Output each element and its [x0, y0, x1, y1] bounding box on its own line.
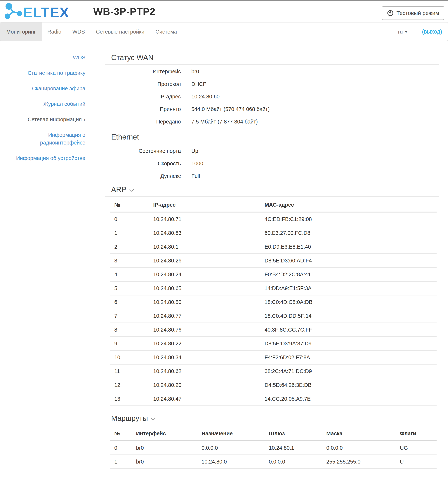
arp-table: №IP-адресMAC-адрес 010.24.80.714C:ED:FB:… [110, 198, 437, 406]
column-header: MAC-адрес [260, 198, 437, 212]
table-cell: 10.24.80.62 [149, 364, 260, 378]
table-cell: 0.0.0.0 [322, 441, 395, 455]
language-dropdown[interactable]: ru ▾ [396, 29, 409, 35]
table-cell: F0:B4:D2:2C:8A:41 [260, 268, 437, 281]
sidebar-item-traffic-stats[interactable]: Статистика по трафику [0, 65, 93, 81]
sidebar-item-event-log[interactable]: Журнал событий [0, 96, 93, 112]
tab-network-settings[interactable]: Сетевые настройки [90, 22, 150, 41]
column-header: Назначение [197, 427, 264, 441]
chevron-down-icon [151, 418, 156, 421]
table-cell: 10 [110, 351, 149, 364]
table-row: 910.24.80.22D8:5E:D3:9A:37:D9 [110, 337, 437, 351]
table-cell: D8:5E:D3:9A:37:D9 [260, 337, 437, 351]
table-header-row: №ИнтерфейсНазначениеШлюзМаскаФлаги [110, 427, 437, 441]
table-cell: U [395, 455, 437, 469]
table-cell: 18:C0:4D:DD:5F:14 [260, 309, 437, 323]
logo-wordmark: ELTEX [23, 5, 69, 20]
column-header: Флаги [395, 427, 437, 441]
table-cell: 14:CC:20:05:A9:7E [260, 392, 437, 406]
ethernet-heading: Ethernet [105, 133, 439, 144]
field-row: Состояние портаUp [105, 147, 439, 155]
molecule-icon [5, 3, 22, 19]
routes-table: №ИнтерфейсНазначениеШлюзМаскаФлаги 0br00… [110, 427, 437, 469]
field-row: ПротоколDHCP [105, 80, 439, 88]
sidebar-item-wds[interactable]: WDS [0, 50, 93, 65]
field-label: Принято [105, 105, 181, 113]
tab-radio[interactable]: Radio [42, 22, 67, 41]
arp-heading[interactable]: ARP [105, 185, 439, 197]
table-cell: 0 [110, 212, 149, 226]
table-cell: 4C:ED:FB:C1:29:08 [260, 212, 437, 226]
field-value: Full [191, 172, 200, 180]
ethernet-title: Ethernet [111, 133, 139, 141]
table-cell: 0.0.0.0 [197, 441, 264, 455]
field-label: Передано [105, 118, 181, 126]
table-cell: 18:C0:4D:C8:0A:DB [260, 295, 437, 309]
table-row: 0br00.0.0.010.24.80.10.0.0.0UG [110, 441, 437, 455]
table-row: 210.24.80.1E0:D9:E3:E8:E1:40 [110, 240, 437, 254]
table-cell: D8:5E:D3:60:AD:F4 [260, 254, 437, 268]
table-cell: 10.24.80.26 [149, 254, 260, 268]
field-row: Принято544.0 Мбайт (570 474 068 байт) [105, 105, 439, 113]
column-header: № [110, 198, 149, 212]
table-cell: E0:D9:E3:E8:E1:40 [260, 240, 437, 254]
wan-status-title: Статус WAN [111, 53, 153, 62]
table-cell: 10.24.80.50 [149, 295, 260, 309]
table-cell: 6 [110, 295, 149, 309]
field-value: br0 [191, 68, 199, 75]
table-row: 1br010.24.80.00.0.0.0255.255.255.0U [110, 455, 437, 469]
table-cell: 10.24.80.1 [264, 441, 322, 455]
table-cell: D4:5D:64:26:3E:DB [260, 378, 437, 392]
table-cell: 40:3F:8C:CC:7C:FF [260, 323, 437, 337]
field-row: Интерфейсbr0 [105, 68, 439, 75]
language-value: ru [398, 29, 403, 35]
sidebar-item-network-info[interactable]: Сетевая информация› [0, 112, 93, 127]
field-row: Передано7.5 Мбайт (7 877 304 байт) [105, 118, 439, 126]
tab-system[interactable]: Система [150, 22, 182, 41]
table-cell: 10.24.80.22 [149, 337, 260, 351]
table-row: 1310.24.80.4714:CC:20:05:A9:7E [110, 392, 437, 406]
table-cell: 10.24.80.20 [149, 378, 260, 392]
table-cell: 38:2C:4A:71:DC:D9 [260, 364, 437, 378]
sidebar-item-radio-info[interactable]: Информация о радиоинтерфейсе [0, 127, 93, 150]
table-cell: 10.24.80.71 [149, 212, 260, 226]
table-row: 1110.24.80.6238:2C:4A:71:DC:D9 [110, 364, 437, 378]
arp-section: ARP №IP-адресMAC-адрес 010.24.80.714C:ED… [105, 185, 439, 406]
routes-table-header: №ИнтерфейсНазначениеШлюзМаскаФлаги [110, 427, 437, 441]
table-cell: 3 [110, 254, 149, 268]
table-cell: 13 [110, 392, 149, 406]
table-cell: 10.24.80.76 [149, 323, 260, 337]
chevron-down-icon [129, 189, 134, 192]
sidebar-item-air-scan[interactable]: Сканирование эфира [0, 81, 93, 96]
table-row: 310.24.80.26D8:5E:D3:60:AD:F4 [110, 254, 437, 268]
field-value: 10.24.80.60 [191, 93, 220, 100]
main-navbar: МониторингRadioWDSСетевые настройкиСисте… [0, 22, 448, 41]
table-cell: UG [395, 441, 437, 455]
table-cell: 10.24.80.24 [149, 268, 260, 281]
routes-table-body: 0br00.0.0.010.24.80.10.0.0.0UG1br010.24.… [110, 441, 437, 469]
table-row: 410.24.80.24F0:B4:D2:2C:8A:41 [110, 268, 437, 281]
column-header: Интерфейс [132, 427, 197, 441]
sidebar-item-device-info[interactable]: Информация об устройстве [0, 150, 93, 166]
table-row: 1210.24.80.20D4:5D:64:26:3E:DB [110, 378, 437, 392]
eltex-logo: ELTEX [4, 3, 73, 20]
table-cell: 0 [110, 441, 132, 455]
wan-status-heading: Статус WAN [105, 53, 439, 65]
tab-wds[interactable]: WDS [67, 22, 91, 41]
table-cell: 14:DD:A9:E1:5F:3A [260, 281, 437, 295]
test-mode-button[interactable]: Тестовый режим [382, 6, 444, 20]
table-row: 710.24.80.7718:C0:4D:DD:5F:14 [110, 309, 437, 323]
caret-down-icon: ▾ [405, 29, 407, 34]
field-row: Скорость1000 [105, 160, 439, 167]
field-value: 1000 [191, 160, 203, 167]
routes-heading[interactable]: Маршруты [105, 414, 439, 425]
tab-monitoring[interactable]: Мониторинг [0, 22, 42, 41]
routes-title: Маршруты [111, 414, 148, 422]
logout-link[interactable]: (выход) [422, 28, 448, 35]
field-value: DHCP [191, 80, 207, 88]
table-cell: 10.24.80.83 [149, 226, 260, 240]
field-value: Up [191, 147, 198, 155]
table-row: 110.24.80.8360:E3:27:00:FC:D8 [110, 226, 437, 240]
table-cell: 12 [110, 378, 149, 392]
table-cell: 8 [110, 323, 149, 337]
